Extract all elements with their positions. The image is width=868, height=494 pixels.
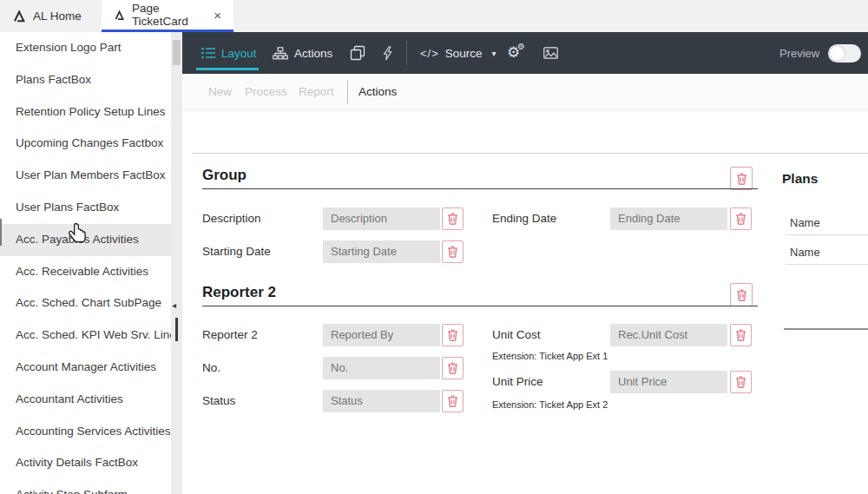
sidebar-item[interactable]: Account Manager Activities [0, 352, 171, 384]
sidebar-item[interactable]: Accountant Activities [0, 384, 171, 416]
tab-label: AL Home [33, 10, 82, 23]
preview-label: Preview [779, 47, 819, 60]
category-process: Process [245, 74, 287, 110]
al-logo-icon [12, 10, 26, 23]
field-label: Status [202, 390, 235, 412]
toolbar-divider [406, 41, 407, 65]
delete-field-button[interactable] [442, 240, 464, 263]
delete-field-button[interactable] [730, 324, 752, 346]
sidebar-item[interactable]: Extension Logo Part [0, 32, 171, 64]
field-label: No. [202, 357, 220, 379]
delete-section-button[interactable] [730, 167, 753, 190]
plans-row[interactable]: Name [786, 246, 868, 265]
sidebar-item[interactable]: Acc. Sched. Chart SubPage [0, 287, 171, 319]
tab-page-ticketcard[interactable]: Page TicketCard × [102, 0, 233, 32]
layout-tab-label: Layout [221, 47, 257, 60]
actions-tab[interactable]: Actions [273, 32, 332, 74]
delete-field-button[interactable] [442, 207, 464, 230]
field-label: Unit Cost [492, 324, 541, 346]
field-value-box[interactable]: Unit Price [610, 371, 727, 393]
sidebar-item[interactable]: Upcoming Changes Factbox [0, 128, 171, 160]
tab-al-home[interactable]: AL Home [0, 0, 102, 32]
layout-tab-active-underline [196, 68, 259, 70]
chevron-down-icon: ▾ [492, 49, 496, 58]
field-value-box[interactable]: Rec.Unit Cost [610, 324, 727, 346]
sidebar-item[interactable]: Accounting Services Activities [0, 416, 171, 448]
category-new: New [208, 74, 232, 110]
settings-button[interactable]: ⚙ ⚙ [507, 32, 526, 74]
collapse-sidebar-icon[interactable]: ◂ [172, 300, 176, 311]
field-value-box[interactable]: No. [323, 357, 440, 379]
delete-field-button[interactable] [730, 207, 752, 230]
extension-note: Extension: Ticket App Ext 2 [492, 399, 608, 410]
field-value-box[interactable]: Description [323, 207, 440, 230]
gears-icon: ⚙ ⚙ [507, 43, 526, 63]
toggle-knob [830, 46, 845, 61]
section-underline [202, 188, 758, 189]
sitemap-icon [273, 47, 288, 60]
sidebar-item[interactable]: Acc. Sched. KPI Web Srv. Lines [0, 319, 171, 352]
field-value-box[interactable]: Ending Date [610, 207, 727, 230]
sidebar-item[interactable]: Retention Policy Setup Lines [0, 96, 171, 128]
delete-field-button[interactable] [442, 324, 464, 346]
field-value-box[interactable]: Status [323, 390, 440, 412]
sidebar-item[interactable]: User Plan Members FactBox [0, 160, 171, 192]
sidebar-scrollbar-thumb[interactable] [173, 40, 181, 65]
field-label: Ending Date [492, 207, 556, 230]
splitter-drag-handle[interactable] [175, 318, 178, 341]
category-actions[interactable]: Actions [358, 74, 397, 110]
field-label: Reporter 2 [202, 324, 258, 346]
image-icon [543, 47, 558, 59]
al-logo-icon [114, 9, 125, 22]
plans-panel-title: Plans [782, 171, 818, 187]
category-divider [347, 81, 348, 104]
extension-note: Extension: Ticket App Ext 1 [492, 351, 608, 361]
copy-icon [350, 45, 365, 61]
image-button[interactable] [543, 32, 558, 74]
plans-row[interactable]: Name [786, 216, 868, 235]
section-title-reporter2: Reporter 2 [202, 284, 276, 301]
editor-tab-bar: AL Home Page TicketCard × [0, 0, 868, 32]
copy-button[interactable] [350, 32, 365, 74]
object-list-sidebar: Extension Logo Part Plans FactBox Retent… [0, 32, 171, 494]
category-report: Report [299, 74, 334, 110]
quick-fix-button[interactable] [382, 32, 393, 74]
sidebar-item[interactable]: Activity Details FactBox [0, 447, 171, 479]
code-icon: </> [420, 47, 439, 60]
sidebar-item[interactable]: Plans FactBox [0, 64, 171, 96]
field-value-box[interactable]: Reported By [323, 324, 440, 346]
source-menu-label: Source [445, 47, 483, 60]
field-value-box[interactable]: Starting Date [323, 240, 440, 263]
selected-item-marker [0, 219, 2, 246]
hand-cursor-icon [68, 222, 88, 246]
sidebar-item[interactable]: User Plans FactBox [0, 192, 171, 224]
lightning-bolt-icon [382, 46, 393, 61]
close-icon[interactable]: × [214, 9, 221, 22]
tab-label: Page TicketCard [132, 2, 201, 28]
delete-field-button[interactable] [442, 390, 464, 412]
section-underline [202, 306, 758, 306]
action-category-bar: New Process Report Actions [182, 74, 868, 111]
canvas-top-border [192, 153, 868, 154]
actions-tab-label: Actions [294, 47, 332, 60]
plans-panel-divider [784, 328, 868, 330]
delete-field-button[interactable] [442, 357, 464, 379]
field-label: Starting Date [202, 240, 271, 263]
delete-section-button[interactable] [730, 283, 753, 306]
sidebar-item[interactable]: Acc. Receivable Activities [0, 256, 171, 288]
layout-list-icon [201, 47, 215, 59]
sidebar-splitter[interactable] [171, 32, 182, 494]
delete-field-button[interactable] [730, 371, 752, 393]
trash-icon [736, 173, 747, 185]
field-label: Description [202, 207, 261, 230]
preview-control: Preview [779, 32, 861, 74]
field-label: Unit Price [492, 371, 543, 393]
preview-toggle[interactable] [828, 44, 861, 63]
designer-toolbar: Layout Actions </> [182, 32, 868, 74]
source-menu[interactable]: </> Source ▾ [420, 32, 496, 74]
section-title-group: Group [202, 167, 247, 184]
sidebar-item[interactable]: Activity Step Subform [0, 479, 171, 494]
